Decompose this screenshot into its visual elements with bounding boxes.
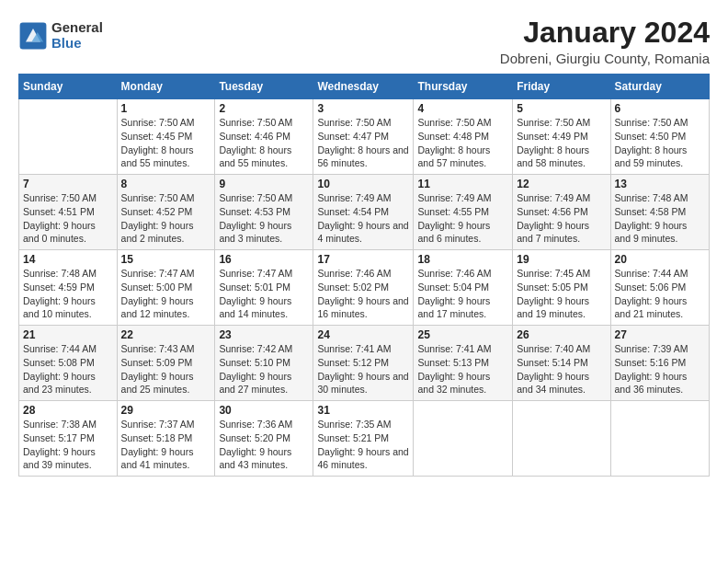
day-detail: Sunrise: 7:41 AMSunset: 5:12 PMDaylight:… — [317, 343, 408, 395]
day-detail: Sunrise: 7:50 AMSunset: 4:49 PMDaylight:… — [517, 117, 590, 168]
cell-1-3: 10 Sunrise: 7:49 AMSunset: 4:54 PMDaylig… — [313, 175, 414, 250]
page: General Blue January 2024 Dobreni, Giurg… — [0, 0, 728, 486]
day-number: 26 — [517, 328, 606, 341]
cell-2-0: 14 Sunrise: 7:48 AMSunset: 4:59 PMDaylig… — [19, 250, 118, 326]
day-detail: Sunrise: 7:36 AMSunset: 5:20 PMDaylight:… — [219, 419, 292, 470]
day-number: 14 — [23, 253, 113, 266]
day-detail: Sunrise: 7:40 AMSunset: 5:14 PMDaylight:… — [517, 343, 590, 395]
day-number: 5 — [517, 102, 606, 115]
day-detail: Sunrise: 7:45 AMSunset: 5:05 PMDaylight:… — [517, 268, 590, 319]
cell-0-0 — [19, 99, 118, 175]
cell-1-1: 8 Sunrise: 7:50 AMSunset: 4:52 PMDayligh… — [117, 175, 215, 250]
logo-text: General Blue — [51, 20, 103, 51]
day-number: 28 — [23, 404, 113, 417]
day-number: 16 — [219, 253, 309, 266]
day-detail: Sunrise: 7:48 AMSunset: 4:58 PMDaylight:… — [615, 192, 688, 244]
month-title: January 2024 — [500, 17, 710, 49]
day-number: 12 — [517, 178, 606, 190]
day-number: 6 — [615, 102, 705, 115]
day-detail: Sunrise: 7:50 AMSunset: 4:53 PMDaylight:… — [219, 192, 292, 244]
header-wednesday: Wednesday — [313, 75, 414, 99]
week-row-0: 1 Sunrise: 7:50 AMSunset: 4:45 PMDayligh… — [19, 99, 710, 175]
day-detail: Sunrise: 7:37 AMSunset: 5:18 PMDaylight:… — [121, 419, 195, 470]
day-number: 31 — [317, 404, 409, 417]
cell-4-1: 29 Sunrise: 7:37 AMSunset: 5:18 PMDaylig… — [117, 401, 215, 477]
day-detail: Sunrise: 7:39 AMSunset: 5:16 PMDaylight:… — [615, 343, 688, 395]
day-detail: Sunrise: 7:46 AMSunset: 5:04 PMDaylight:… — [417, 268, 491, 319]
day-detail: Sunrise: 7:50 AMSunset: 4:47 PMDaylight:… — [317, 117, 408, 168]
cell-0-3: 3 Sunrise: 7:50 AMSunset: 4:47 PMDayligh… — [313, 99, 414, 175]
day-detail: Sunrise: 7:42 AMSunset: 5:10 PMDaylight:… — [219, 343, 292, 395]
day-number: 10 — [317, 178, 409, 190]
cell-1-5: 12 Sunrise: 7:49 AMSunset: 4:56 PMDaylig… — [513, 175, 610, 250]
cell-4-0: 28 Sunrise: 7:38 AMSunset: 5:17 PMDaylig… — [19, 401, 118, 477]
cell-4-2: 30 Sunrise: 7:36 AMSunset: 5:20 PMDaylig… — [215, 401, 313, 477]
cell-0-1: 1 Sunrise: 7:50 AMSunset: 4:45 PMDayligh… — [117, 99, 215, 175]
day-number: 18 — [417, 253, 508, 266]
day-number: 11 — [417, 178, 508, 190]
logo: General Blue — [18, 20, 103, 51]
day-number: 29 — [121, 404, 211, 417]
day-number: 2 — [219, 102, 309, 115]
cell-1-0: 7 Sunrise: 7:50 AMSunset: 4:51 PMDayligh… — [19, 175, 118, 250]
day-number: 22 — [121, 328, 211, 341]
cell-0-5: 5 Sunrise: 7:50 AMSunset: 4:49 PMDayligh… — [513, 99, 610, 175]
day-number: 25 — [417, 328, 508, 341]
day-number: 17 — [317, 253, 409, 266]
cell-3-6: 27 Sunrise: 7:39 AMSunset: 5:16 PMDaylig… — [610, 326, 709, 401]
cell-3-5: 26 Sunrise: 7:40 AMSunset: 5:14 PMDaylig… — [513, 326, 610, 401]
header-sunday: Sunday — [19, 75, 118, 99]
cell-4-3: 31 Sunrise: 7:35 AMSunset: 5:21 PMDaylig… — [313, 401, 414, 477]
day-number: 3 — [317, 102, 409, 115]
location-title: Dobreni, Giurgiu County, Romania — [500, 51, 710, 66]
cell-3-4: 25 Sunrise: 7:41 AMSunset: 5:13 PMDaylig… — [414, 326, 513, 401]
day-detail: Sunrise: 7:44 AMSunset: 5:08 PMDaylight:… — [23, 343, 97, 395]
header-row: Sunday Monday Tuesday Wednesday Thursday… — [19, 75, 710, 99]
cell-4-5 — [513, 401, 610, 477]
day-number: 13 — [615, 178, 705, 190]
day-detail: Sunrise: 7:49 AMSunset: 4:56 PMDaylight:… — [517, 192, 590, 244]
cell-2-1: 15 Sunrise: 7:47 AMSunset: 5:00 PMDaylig… — [117, 250, 215, 326]
day-number: 4 — [417, 102, 508, 115]
cell-1-4: 11 Sunrise: 7:49 AMSunset: 4:55 PMDaylig… — [414, 175, 513, 250]
logo-blue-text: Blue — [51, 36, 103, 52]
cell-4-6 — [610, 401, 709, 477]
day-number: 27 — [615, 328, 705, 341]
day-number: 7 — [23, 178, 113, 190]
header-monday: Monday — [117, 75, 215, 99]
day-detail: Sunrise: 7:47 AMSunset: 5:01 PMDaylight:… — [219, 268, 292, 319]
week-row-2: 14 Sunrise: 7:48 AMSunset: 4:59 PMDaylig… — [19, 250, 710, 326]
day-detail: Sunrise: 7:49 AMSunset: 4:54 PMDaylight:… — [317, 192, 408, 244]
cell-1-6: 13 Sunrise: 7:48 AMSunset: 4:58 PMDaylig… — [610, 175, 709, 250]
day-detail: Sunrise: 7:50 AMSunset: 4:51 PMDaylight:… — [23, 192, 97, 244]
day-number: 15 — [121, 253, 211, 266]
day-detail: Sunrise: 7:46 AMSunset: 5:02 PMDaylight:… — [317, 268, 408, 319]
day-detail: Sunrise: 7:38 AMSunset: 5:17 PMDaylight:… — [23, 419, 97, 470]
day-number: 20 — [615, 253, 705, 266]
day-detail: Sunrise: 7:49 AMSunset: 4:55 PMDaylight:… — [417, 192, 491, 244]
day-detail: Sunrise: 7:50 AMSunset: 4:52 PMDaylight:… — [121, 192, 195, 244]
title-area: January 2024 Dobreni, Giurgiu County, Ro… — [500, 17, 710, 66]
cell-4-4 — [414, 401, 513, 477]
day-number: 30 — [219, 404, 309, 417]
cell-0-4: 4 Sunrise: 7:50 AMSunset: 4:48 PMDayligh… — [414, 99, 513, 175]
day-detail: Sunrise: 7:47 AMSunset: 5:00 PMDaylight:… — [121, 268, 195, 319]
day-detail: Sunrise: 7:50 AMSunset: 4:50 PMDaylight:… — [615, 117, 688, 168]
day-detail: Sunrise: 7:44 AMSunset: 5:06 PMDaylight:… — [615, 268, 688, 319]
cell-3-1: 22 Sunrise: 7:43 AMSunset: 5:09 PMDaylig… — [117, 326, 215, 401]
day-detail: Sunrise: 7:50 AMSunset: 4:48 PMDaylight:… — [417, 117, 491, 168]
logo-icon — [18, 21, 48, 51]
week-row-1: 7 Sunrise: 7:50 AMSunset: 4:51 PMDayligh… — [19, 175, 710, 250]
cell-3-3: 24 Sunrise: 7:41 AMSunset: 5:12 PMDaylig… — [313, 326, 414, 401]
day-detail: Sunrise: 7:41 AMSunset: 5:13 PMDaylight:… — [417, 343, 491, 395]
day-detail: Sunrise: 7:50 AMSunset: 4:45 PMDaylight:… — [121, 117, 195, 168]
cell-0-6: 6 Sunrise: 7:50 AMSunset: 4:50 PMDayligh… — [610, 99, 709, 175]
cell-2-2: 16 Sunrise: 7:47 AMSunset: 5:01 PMDaylig… — [215, 250, 313, 326]
day-detail: Sunrise: 7:35 AMSunset: 5:21 PMDaylight:… — [317, 419, 408, 470]
header-tuesday: Tuesday — [215, 75, 313, 99]
header-friday: Friday — [513, 75, 610, 99]
day-number: 9 — [219, 178, 309, 190]
day-detail: Sunrise: 7:50 AMSunset: 4:46 PMDaylight:… — [219, 117, 292, 168]
cell-1-2: 9 Sunrise: 7:50 AMSunset: 4:53 PMDayligh… — [215, 175, 313, 250]
day-detail: Sunrise: 7:43 AMSunset: 5:09 PMDaylight:… — [121, 343, 195, 395]
